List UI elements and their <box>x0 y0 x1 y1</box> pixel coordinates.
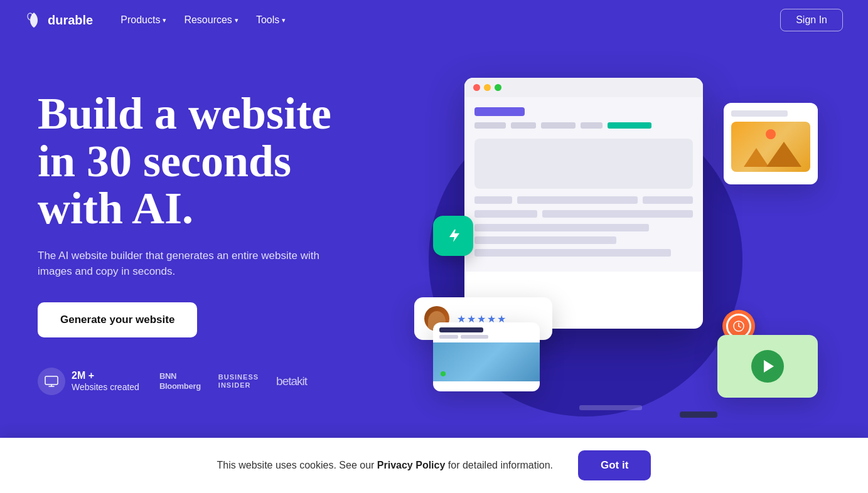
resources-chevron-icon: ▾ <box>235 16 238 24</box>
decorative-line <box>680 411 717 418</box>
browser-nav-items <box>474 122 693 129</box>
products-nav-link[interactable]: Products ▾ <box>113 9 174 31</box>
browser-nav-item <box>511 122 536 129</box>
image-card-header <box>731 110 788 117</box>
stat-websites: 2M + Websites created <box>38 368 139 395</box>
mountain2-icon <box>766 142 801 167</box>
sun-icon <box>766 129 776 139</box>
browser-line <box>474 236 616 244</box>
logo-text: durable <box>48 13 93 28</box>
browser-dot-green <box>495 84 501 91</box>
stat-text-wrap: 2M + Websites created <box>72 370 139 393</box>
video-card <box>717 335 818 398</box>
lightning-card <box>433 216 473 256</box>
hero-title-line1: Build a website <box>38 88 331 139</box>
privacy-policy-link[interactable]: Privacy Policy <box>377 460 446 470</box>
lightning-icon <box>444 227 462 245</box>
press-logos: BNNBloomberg BUSINESSINSIDER betakit <box>159 371 307 391</box>
map-bar-sm <box>439 335 458 339</box>
decorative-line2 <box>579 405 642 410</box>
logo-icon <box>25 11 43 29</box>
browser-row2 <box>474 210 693 218</box>
browser-content-sm <box>474 210 537 218</box>
tools-nav-link[interactable]: Tools ▾ <box>249 9 293 31</box>
stat-label: Websites created <box>72 381 139 393</box>
cookie-text: This website uses cookies. See our Priva… <box>217 458 553 473</box>
press-betakit: betakit <box>276 374 307 388</box>
browser-dot-yellow <box>484 84 491 91</box>
generate-website-button[interactable]: Generate your website <box>38 302 197 337</box>
browser-topbar <box>464 78 703 97</box>
browser-line <box>474 249 671 257</box>
hero-title: Build a website in 30 seconds with AI. <box>38 90 402 233</box>
hero-illustration: ★★★★★ <box>414 65 830 429</box>
browser-content-sm <box>474 196 512 204</box>
logo[interactable]: durable <box>25 11 93 29</box>
nav-links: Products ▾ Resources ▾ Tools ▾ <box>113 9 293 31</box>
svg-rect-0 <box>45 376 58 384</box>
tools-label: Tools <box>256 14 279 26</box>
hero-left: Build a website in 30 seconds with AI. T… <box>38 65 402 395</box>
browser-nav-bar <box>474 107 525 116</box>
browser-nav-item <box>541 122 576 129</box>
browser-row1 <box>474 196 693 204</box>
map-title-bar <box>439 327 483 332</box>
hero-title-line2: in 30 seconds <box>38 136 291 186</box>
cookie-message: This website uses cookies. See our <box>217 460 377 470</box>
resources-nav-link[interactable]: Resources ▾ <box>176 9 245 31</box>
products-label: Products <box>121 14 160 26</box>
monitor-svg <box>45 376 58 387</box>
play-triangle-icon <box>764 360 774 373</box>
press-bnn: BNNBloomberg <box>159 371 201 391</box>
browser-content-sm <box>643 196 693 204</box>
hero-subtitle: The AI website builder that generates an… <box>38 248 326 280</box>
browser-content-lg <box>542 210 693 218</box>
image-card-preview <box>731 122 810 172</box>
products-chevron-icon: ▾ <box>163 16 166 24</box>
browser-nav-item <box>581 122 603 129</box>
map-bar-sm <box>461 335 488 339</box>
browser-content-lg <box>517 196 638 204</box>
browser-body <box>464 97 703 272</box>
browser-dot-red <box>473 84 480 91</box>
browser-line <box>474 224 649 231</box>
cookie-message-end: for detailed information. <box>445 460 553 470</box>
play-button[interactable] <box>751 350 784 383</box>
map-header <box>433 322 540 342</box>
navigation: durable Products ▾ Resources ▾ Tools ▾ S… <box>0 0 868 40</box>
resources-label: Resources <box>184 14 232 26</box>
stat-number: 2M + <box>72 370 139 381</box>
browser-nav-cta <box>608 122 651 129</box>
map-subtitle-bars <box>439 335 533 339</box>
map-card <box>433 322 540 391</box>
press-business-insider: BUSINESSINSIDER <box>218 373 259 390</box>
cookie-accept-button[interactable]: Got it <box>578 450 651 480</box>
map-image <box>433 342 540 381</box>
clock-icon <box>732 320 745 332</box>
image-card <box>724 103 818 184</box>
signin-button[interactable]: Sign In <box>780 9 843 31</box>
browser-hero-block <box>474 139 693 189</box>
hero-title-line3: with AI. <box>38 183 193 233</box>
svg-line-5 <box>739 326 741 327</box>
monitor-icon <box>38 368 65 395</box>
tools-chevron-icon: ▾ <box>282 16 286 24</box>
browser-nav-item <box>474 122 506 129</box>
mountain-icon <box>744 148 769 167</box>
hero-section: Build a website in 30 seconds with AI. T… <box>0 40 868 467</box>
hero-stats: 2M + Websites created BNNBloomberg BUSIN… <box>38 368 402 395</box>
map-location-dot <box>441 371 446 376</box>
browser-window <box>464 78 703 329</box>
cookie-banner: This website uses cookies. See our Priva… <box>0 438 868 493</box>
